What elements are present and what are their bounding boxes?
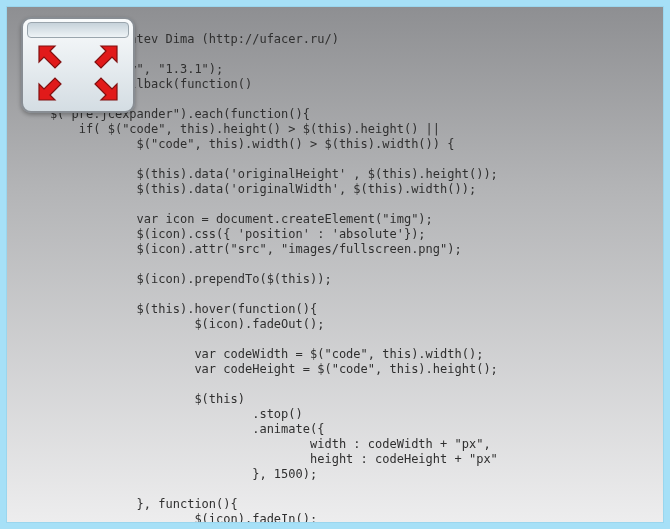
expand-arrows-icon (23, 38, 133, 108)
arrow-icon (89, 42, 121, 74)
arrow-icon (35, 72, 67, 104)
window-titlebar-icon (27, 22, 129, 38)
arrow-icon (35, 42, 67, 74)
code-viewport: Zlatev Dima (http://ufacer.ru/) ery", "1… (6, 6, 664, 523)
fullscreen-expand-button[interactable] (21, 17, 135, 113)
arrow-icon (89, 72, 121, 104)
